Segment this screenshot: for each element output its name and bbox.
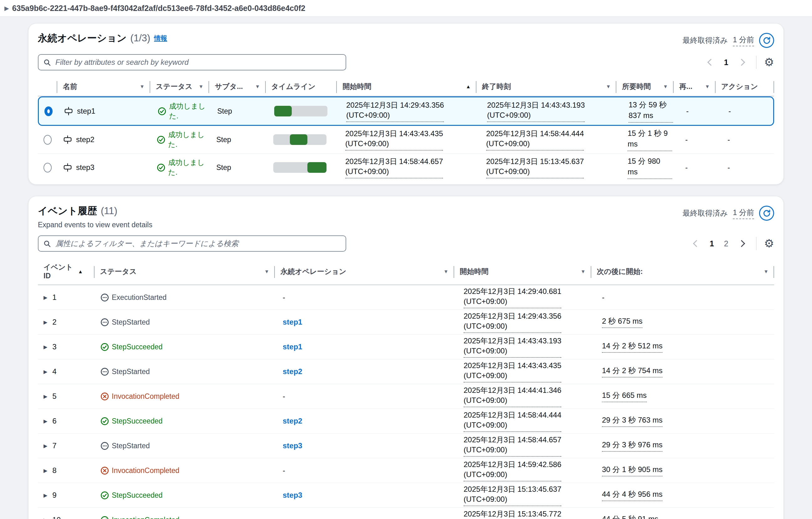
elapsed-value[interactable]: 15 分 665 ms [602, 390, 647, 402]
event-row-2: ▶2 StepStarted step1 2025年12月3日 14:29:43… [38, 310, 774, 334]
expand-row-icon[interactable]: ▶ [44, 344, 47, 350]
events-subtitle: Expand events to view event details [38, 221, 152, 229]
operation-row-step2[interactable]: step2 成功しました. Step 2025年12月3日 14:43:43.4… [38, 126, 774, 153]
operation-link[interactable]: step3 [283, 491, 302, 499]
prev-page-icon[interactable] [707, 59, 714, 66]
elapsed-value[interactable]: 30 分 1 秒 905 ms [602, 464, 662, 477]
expand-row-icon[interactable]: ▶ [44, 443, 47, 449]
action-value: - [728, 107, 731, 115]
expand-row-icon[interactable]: ▶ [44, 492, 47, 498]
breadcrumb-caret-icon[interactable]: ▶ [4, 5, 9, 11]
event-start-time[interactable]: 2025年12月3日 14:43:43.435(UTC+09:00) [464, 361, 561, 382]
row-radio[interactable] [44, 135, 52, 145]
column-header-start-time[interactable]: 開始時間▲ [337, 78, 476, 96]
event-id: 7 [52, 441, 56, 450]
operation-row-step3[interactable]: step3 成功しました. Step 2025年12月3日 14:58:44.6… [38, 153, 774, 181]
filter-caret-icon[interactable]: ▼ [763, 269, 768, 275]
column-header-operation[interactable]: 永続オペレーション▼ [275, 259, 454, 285]
operation-link[interactable]: step1 [283, 342, 302, 351]
elapsed-value[interactable]: 29 分 3 秒 976 ms [602, 440, 662, 452]
duration-value[interactable]: 13 分 59 秒 837 ms [629, 99, 673, 122]
elapsed-value[interactable]: 29 分 3 秒 763 ms [602, 415, 662, 427]
event-start-time[interactable]: 2025年12月3日 15:13:45.637(UTC+09:00) [464, 484, 561, 506]
filter-caret-icon[interactable]: ▼ [264, 269, 269, 275]
start-time[interactable]: 2025年12月3日 14:43:43.435(UTC+09:00) [345, 129, 443, 150]
events-search-input[interactable] [55, 239, 341, 248]
page-number-1[interactable]: 1 [706, 239, 718, 248]
next-page-icon[interactable] [738, 59, 745, 66]
row-radio-selected[interactable] [45, 107, 53, 116]
subtype-value: Step [216, 164, 231, 172]
operation-link[interactable]: step1 [283, 318, 302, 326]
expand-row-icon[interactable]: ▶ [44, 394, 47, 399]
column-header-action[interactable]: アクション [716, 78, 774, 96]
sort-asc-icon[interactable]: ▲ [78, 269, 83, 275]
column-header-started-after[interactable]: 次の後に開始:▼ [591, 259, 774, 285]
page-number[interactable]: 1 [720, 58, 732, 67]
end-time[interactable]: 2025年12月3日 14:43:43.193(UTC+09:00) [487, 100, 585, 122]
expand-row-icon[interactable]: ▶ [44, 294, 47, 300]
elapsed-value[interactable]: 44 分 5 秒 91 ms [602, 514, 658, 519]
event-start-time[interactable]: 2025年12月3日 15:13:45.772(UTC+09:00) [464, 509, 561, 519]
duration-value[interactable]: 15 分 980 ms [628, 156, 672, 179]
page-number-2[interactable]: 2 [720, 239, 732, 248]
settings-gear-icon[interactable]: ⚙ [764, 57, 774, 68]
column-header-end-time[interactable]: 終了時刻▼ [476, 78, 616, 96]
column-header-start-time[interactable]: 開始時間▼ [454, 259, 591, 285]
column-header-duration[interactable]: 所要時間▼ [616, 78, 673, 96]
start-time[interactable]: 2025年12月3日 14:58:44.657(UTC+09:00) [345, 156, 443, 178]
operations-search-input[interactable] [55, 58, 341, 67]
last-fetched-value[interactable]: 1 分前 [733, 35, 754, 46]
duration-value[interactable]: 15 分 1 秒 9 ms [628, 128, 672, 151]
column-header-timeline[interactable]: タイムライン [266, 78, 337, 96]
expand-row-icon[interactable]: ▶ [44, 319, 47, 325]
start-time[interactable]: 2025年12月3日 14:29:43.356(UTC+09:00) [346, 100, 444, 122]
refresh-button[interactable] [759, 33, 774, 48]
filter-caret-icon[interactable]: ▼ [140, 84, 145, 89]
operation-link[interactable]: step2 [283, 416, 302, 425]
column-header-status[interactable]: ステータス▼ [94, 259, 275, 285]
event-start-time[interactable]: 2025年12月3日 14:44:41.346(UTC+09:00) [464, 385, 561, 407]
elapsed-value[interactable]: 14 分 2 秒 512 ms [602, 341, 662, 353]
filter-caret-icon[interactable]: ▼ [705, 84, 710, 89]
event-start-time[interactable]: 2025年12月3日 14:59:42.586(UTC+09:00) [464, 460, 561, 482]
filter-caret-icon[interactable]: ▼ [581, 269, 586, 275]
filter-caret-icon[interactable]: ▼ [199, 84, 203, 89]
elapsed-value[interactable]: 44 分 4 秒 956 ms [602, 489, 662, 501]
filter-caret-icon[interactable]: ▼ [255, 84, 260, 89]
operation-link[interactable]: step2 [283, 367, 302, 376]
event-start-time[interactable]: 2025年12月3日 14:29:43.356(UTC+09:00) [464, 311, 561, 333]
event-start-time[interactable]: 2025年12月3日 14:43:43.193(UTC+09:00) [464, 336, 561, 358]
column-header-status[interactable]: ステータス▼ [150, 78, 209, 96]
expand-row-icon[interactable]: ▶ [44, 517, 47, 519]
operation-value: - [283, 466, 285, 474]
event-start-time[interactable]: 2025年12月3日 14:58:44.657(UTC+09:00) [464, 435, 561, 457]
sort-asc-icon[interactable]: ▲ [466, 84, 471, 89]
column-header-retry[interactable]: 再...▼ [674, 78, 716, 96]
settings-gear-icon[interactable]: ⚙ [764, 238, 774, 249]
next-page-icon[interactable] [738, 240, 745, 247]
filter-caret-icon[interactable]: ▼ [443, 269, 448, 275]
filter-caret-icon[interactable]: ▼ [606, 84, 611, 89]
column-header-name[interactable]: 名前▼ [57, 78, 150, 96]
refresh-button[interactable] [759, 206, 774, 221]
elapsed-value[interactable]: 2 秒 675 ms [602, 316, 642, 328]
expand-row-icon[interactable]: ▶ [44, 369, 47, 375]
step-icon [63, 135, 72, 144]
expand-row-icon[interactable]: ▶ [44, 468, 47, 473]
expand-row-icon[interactable]: ▶ [44, 418, 47, 424]
elapsed-value[interactable]: 14 分 2 秒 754 ms [602, 366, 662, 377]
column-header-event-id[interactable]: イベント ID▲ [38, 259, 94, 285]
row-radio[interactable] [44, 163, 52, 172]
operation-row-step1[interactable]: step1 成功しました. Step 2025年12月3日 14:29:43.3… [38, 96, 774, 126]
prev-page-icon[interactable] [693, 240, 700, 247]
operation-link[interactable]: step3 [283, 441, 302, 450]
event-start-time[interactable]: 2025年12月3日 14:29:40.681(UTC+09:00) [464, 286, 561, 308]
last-fetched-value[interactable]: 1 分前 [733, 207, 754, 219]
filter-caret-icon[interactable]: ▼ [663, 84, 668, 89]
end-time[interactable]: 2025年12月3日 15:13:45.637(UTC+09:00) [486, 156, 584, 178]
event-start-time[interactable]: 2025年12月3日 14:58:44.444(UTC+09:00) [464, 410, 561, 432]
end-time[interactable]: 2025年12月3日 14:58:44.444(UTC+09:00) [486, 129, 584, 150]
column-header-subtype[interactable]: サブタ...▼ [209, 78, 265, 96]
info-link[interactable]: 情報 [154, 34, 167, 42]
